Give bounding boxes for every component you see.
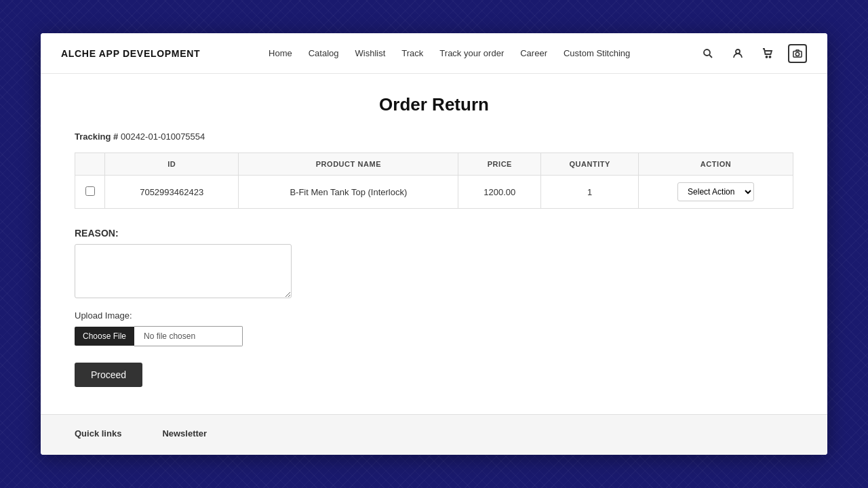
nav-career[interactable]: Career [520, 48, 547, 58]
main-content: Order Return Tracking # 00242-01-0100755… [41, 74, 827, 414]
footer-newsletter: Newsletter [162, 428, 207, 441]
col-checkbox [75, 153, 105, 176]
nav-track[interactable]: Track [401, 48, 423, 58]
table-row: 7052993462423 B-Fit Men Tank Top (Interl… [75, 176, 793, 209]
svg-point-2 [736, 49, 740, 54]
user-icon[interactable] [728, 44, 747, 63]
svg-line-1 [709, 55, 712, 58]
row-id: 7052993462423 [105, 176, 239, 209]
header: ALCHE APP DEVELOPMENT Home Catalog Wishl… [41, 33, 827, 74]
footer-quick-links: Quick links [75, 428, 121, 441]
nav-custom-stitching[interactable]: Custom Stitching [564, 48, 630, 58]
col-action: ACTION [639, 153, 793, 176]
svg-point-0 [704, 49, 710, 56]
col-quantity: QUANTITY [541, 153, 639, 176]
tracking-info: Tracking # 00242-01-010075554 [75, 131, 793, 142]
camera-icon[interactable] [788, 44, 807, 63]
search-icon[interactable] [698, 44, 717, 63]
newsletter-heading: Newsletter [162, 428, 207, 439]
file-input-wrapper: Choose File No file chosen [75, 326, 793, 346]
order-table: ID PRODUCT NAME PRICE QUANTITY ACTION 70… [75, 152, 793, 209]
choose-file-button[interactable]: Choose File [75, 327, 134, 346]
proceed-button[interactable]: Proceed [75, 363, 142, 387]
main-nav: Home Catalog Wishlist Track Track your o… [269, 48, 630, 58]
row-checkbox[interactable] [85, 186, 95, 196]
reason-section: REASON: [75, 228, 793, 298]
nav-home[interactable]: Home [269, 48, 292, 58]
col-price: PRICE [458, 153, 541, 176]
cart-icon[interactable] [758, 44, 777, 63]
reason-textarea[interactable] [75, 244, 292, 298]
header-icons [698, 44, 807, 63]
main-window: ALCHE APP DEVELOPMENT Home Catalog Wishl… [41, 33, 827, 455]
tracking-label: Tracking # [75, 131, 118, 142]
upload-label: Upload Image: [75, 310, 793, 321]
svg-point-6 [795, 52, 799, 56]
col-product-name: PRODUCT NAME [239, 153, 458, 176]
row-price: 1200.00 [458, 176, 541, 209]
footer: Quick links Newsletter [41, 414, 827, 455]
col-id: ID [105, 153, 239, 176]
nav-track-order[interactable]: Track your order [439, 48, 504, 58]
svg-point-3 [766, 56, 768, 58]
row-product-name: B-Fit Men Tank Top (Interlock) [239, 176, 458, 209]
row-action-cell: Select Action Return Exchange [639, 176, 793, 209]
upload-section: Upload Image: Choose File No file chosen [75, 310, 793, 346]
quick-links-heading: Quick links [75, 428, 121, 439]
svg-point-4 [770, 56, 771, 58]
nav-wishlist[interactable]: Wishlist [355, 48, 386, 58]
table-header-row: ID PRODUCT NAME PRICE QUANTITY ACTION [75, 153, 793, 176]
page-title: Order Return [75, 94, 793, 115]
reason-label: REASON: [75, 228, 793, 239]
row-quantity: 1 [541, 176, 639, 209]
brand-logo: ALCHE APP DEVELOPMENT [61, 48, 200, 59]
row-checkbox-cell [75, 176, 105, 209]
nav-catalog[interactable]: Catalog [309, 48, 339, 58]
file-name-display: No file chosen [134, 326, 243, 346]
tracking-number: 00242-01-010075554 [121, 131, 205, 142]
action-select[interactable]: Select Action Return Exchange [677, 182, 754, 201]
